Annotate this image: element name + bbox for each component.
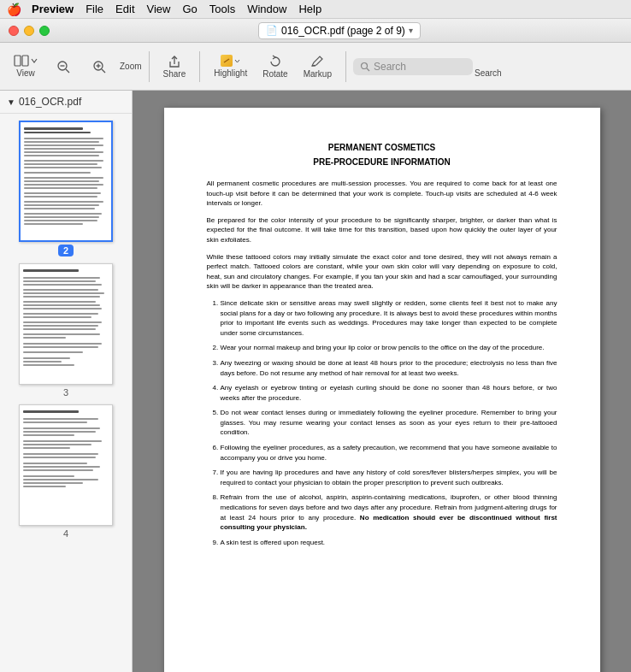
highlight-label: Highlight xyxy=(214,68,247,78)
search-placeholder: Search xyxy=(374,61,406,73)
list-item-9: A skin test is offered upon request. xyxy=(221,538,557,548)
close-button[interactable] xyxy=(9,26,19,36)
menu-view[interactable]: View xyxy=(147,3,171,15)
share-icon xyxy=(167,54,182,69)
rotate-icon xyxy=(268,54,283,69)
svg-line-10 xyxy=(224,59,229,62)
list-item-2: Wear your normal makeup and bring your l… xyxy=(221,343,557,353)
svg-rect-1 xyxy=(22,56,28,66)
view-button[interactable]: View xyxy=(7,51,44,81)
toolbar-sep-2 xyxy=(199,51,200,82)
doc-title: PERMANENT COSMETICS xyxy=(207,142,557,155)
toolbar-sep-3 xyxy=(345,51,346,82)
search-label: Search xyxy=(475,68,502,78)
zoom-out-button[interactable] xyxy=(46,56,80,78)
maximize-button[interactable] xyxy=(39,26,50,36)
search-box[interactable]: Search xyxy=(353,58,473,75)
menu-go[interactable]: Go xyxy=(182,3,197,15)
svg-line-8 xyxy=(102,69,105,73)
document-view: PERMANENT COSMETICS PRE-PROCEDURE INFORM… xyxy=(133,91,631,672)
thumbnail-frame-2 xyxy=(19,121,113,242)
toolbar: View Zoom xyxy=(0,43,631,91)
zoom-out-icon xyxy=(56,59,71,74)
zoom-label: Zoom xyxy=(120,62,142,71)
doc-subtitle: PRE-PROCEDURE INFORMATION xyxy=(207,156,557,169)
doc-para-3: While these tattooed colors may initiall… xyxy=(207,252,557,292)
svg-point-12 xyxy=(362,62,368,68)
share-label: Share xyxy=(163,69,186,79)
window-title: 016_OCR.pdf (page 2 of 9) xyxy=(281,25,405,37)
markup-label: Markup xyxy=(304,69,332,79)
view-label: View xyxy=(16,68,35,78)
menu-app[interactable]: Preview xyxy=(32,3,74,15)
highlight-arrow-icon xyxy=(234,57,240,65)
list-item-1: Since delicate skin or sensitive areas m… xyxy=(221,298,557,338)
sidebar-triangle-icon[interactable]: ▼ xyxy=(7,97,15,107)
list-item-5: Do not wear contact lenses during or imm… xyxy=(221,408,557,438)
toolbar-left-group: View Zoom xyxy=(7,51,142,81)
list-item-4: Any eyelash or eyebrow tinting or eyelas… xyxy=(221,383,557,403)
toolbar-sep-1 xyxy=(149,51,150,82)
main-content: ▼ 016_OCR.pdf xyxy=(0,91,631,672)
thumbnail-frame-4 xyxy=(19,404,113,526)
apple-menu[interactable]: 🍎 xyxy=(7,3,21,16)
traffic-lights xyxy=(9,26,50,36)
menu-file[interactable]: File xyxy=(86,3,103,15)
search-icon xyxy=(360,62,370,72)
svg-line-4 xyxy=(66,69,69,73)
window-titlebar: 📄 016_OCR.pdf (page 2 of 9) ▾ xyxy=(0,19,631,43)
window-title-area: 📄 016_OCR.pdf (page 2 of 9) ▾ xyxy=(258,22,421,39)
doc-para-1: All permanent cosmetic procedures are mu… xyxy=(207,179,557,209)
markup-icon xyxy=(310,54,325,69)
share-button[interactable]: Share xyxy=(156,50,193,82)
menubar: 🍎 Preview File Edit View Go Tools Window… xyxy=(0,0,631,19)
markup-button[interactable]: Markup xyxy=(297,50,339,82)
rotate-label: Rotate xyxy=(262,69,287,79)
minimize-button[interactable] xyxy=(24,26,34,36)
rotate-button[interactable]: Rotate xyxy=(256,50,294,82)
svg-line-13 xyxy=(367,68,369,71)
menu-help[interactable]: Help xyxy=(298,3,321,15)
list-item-7: If you are having lip procedures and hav… xyxy=(221,468,557,487)
highlight-button[interactable]: Highlight xyxy=(207,51,254,81)
sidebar-filename: 016_OCR.pdf xyxy=(19,96,81,108)
thumbnail-page-4[interactable]: 4 xyxy=(3,404,128,539)
window: 🍎 Preview File Edit View Go Tools Window… xyxy=(0,0,631,672)
list-item-8: Refrain from the use of alcohol, aspirin… xyxy=(221,492,557,532)
doc-para-2: Be prepared for the color intensity of y… xyxy=(207,215,557,245)
sidebar-header: ▼ 016_OCR.pdf xyxy=(0,91,132,114)
thumbnail-container: 2 xyxy=(0,114,132,545)
thumbnail-label-4: 4 xyxy=(63,528,68,539)
list-item-6: Following the eyeliner procedures, as a … xyxy=(221,443,557,463)
chevron-down-icon xyxy=(31,56,38,65)
sidebar: ▼ 016_OCR.pdf xyxy=(0,91,133,672)
svg-rect-0 xyxy=(15,56,21,66)
doc-list: Since delicate skin or sensitive areas m… xyxy=(221,298,557,547)
thumbnail-page-3[interactable]: 3 xyxy=(3,263,128,398)
thumbnail-page-2[interactable]: 2 xyxy=(3,121,128,256)
zoom-in-icon xyxy=(91,59,107,74)
thumbnail-frame-3 xyxy=(19,263,113,385)
menu-tools[interactable]: Tools xyxy=(209,3,235,15)
list-item-3: Any tweezing or waxing should be done at… xyxy=(221,358,557,378)
menu-window[interactable]: Window xyxy=(247,3,286,15)
zoom-in-button[interactable] xyxy=(82,56,116,78)
document-page: PERMANENT COSMETICS PRE-PROCEDURE INFORM… xyxy=(164,108,600,672)
highlight-icon xyxy=(221,55,233,67)
page-badge-2: 2 xyxy=(58,245,74,256)
view-icon xyxy=(14,55,29,67)
menu-edit[interactable]: Edit xyxy=(115,3,134,15)
thumbnail-label-3: 3 xyxy=(63,387,68,398)
